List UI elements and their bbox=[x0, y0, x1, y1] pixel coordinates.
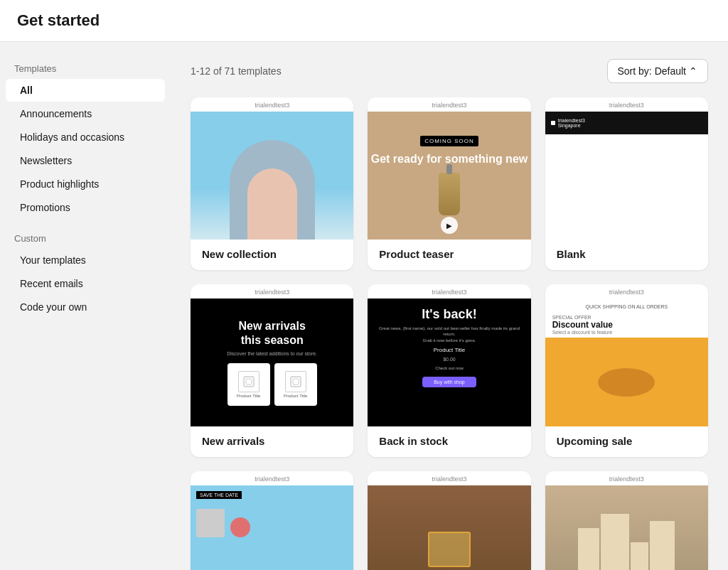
card-footer-blank: Blank bbox=[545, 240, 708, 270]
teaser-bottle bbox=[439, 173, 460, 215]
sidebar-item-holidays[interactable]: Holidays and occasions bbox=[6, 126, 165, 149]
save-cube bbox=[196, 509, 225, 537]
preview-sender-7: trialendtest3 bbox=[191, 471, 353, 485]
page-title: Get started bbox=[17, 11, 711, 30]
preview-image-product-teaser: COMING SOON Get ready for something new … bbox=[368, 112, 530, 240]
teaser-coming-soon: COMING SOON bbox=[420, 136, 478, 146]
product-title-1: Product Title bbox=[237, 394, 260, 398]
blank-dot-1 bbox=[551, 121, 555, 125]
template-card-save-date[interactable]: trialendtest3 SAVE THE DATE bbox=[191, 471, 353, 570]
product-title-2: Product Title bbox=[284, 394, 307, 398]
card-title-new-collection: New collection bbox=[202, 248, 342, 260]
sidebar: Templates All Announcements Holidays and… bbox=[0, 42, 171, 570]
save-sphere bbox=[230, 517, 250, 537]
back-price: $0.00 bbox=[443, 357, 456, 362]
sidebar-item-your-templates[interactable]: Your templates bbox=[6, 249, 165, 271]
blank-dot-text: trialendtest3Singapore bbox=[558, 118, 585, 128]
card-preview-upcoming-sale: trialendtest3 QUICK SHIPPING ON ALL ORDE… bbox=[545, 284, 708, 426]
blank-black-bar: trialendtest3Singapore bbox=[545, 112, 708, 134]
arrivals-product-2: Product Title bbox=[274, 363, 317, 406]
preview-image-street bbox=[545, 485, 708, 570]
card-preview-store: trialendtest3 bbox=[368, 471, 530, 570]
play-button-icon: ▶ bbox=[441, 217, 458, 234]
template-card-product-teaser[interactable]: trialendtest3 COMING SOON Get ready for … bbox=[368, 97, 530, 270]
preview-image-upcoming-sale: QUICK SHIPPING ON ALL ORDERS SPECIAL OFF… bbox=[545, 299, 708, 426]
store-window bbox=[428, 532, 471, 567]
card-title-new-arrivals: New arrivals bbox=[202, 435, 342, 447]
card-preview-back-in-stock: trialendtest3 It's back! Great news, {fi… bbox=[368, 284, 530, 426]
sale-desc: Select a discount to feature bbox=[552, 330, 701, 335]
card-preview-street: trialendtest3 bbox=[545, 471, 708, 570]
card-footer-back-in-stock: Back in stock bbox=[368, 426, 530, 457]
card-title-upcoming-sale: Upcoming sale bbox=[557, 435, 697, 447]
preview-sender-8: trialendtest3 bbox=[368, 471, 530, 485]
content-header: 1-12 of 71 templates Sort by: Default ⌃ bbox=[191, 59, 708, 83]
card-footer-new-collection: New collection bbox=[191, 240, 353, 270]
arrivals-sub: Discover the latest additions to our sto… bbox=[227, 351, 317, 356]
building-1 bbox=[578, 528, 599, 570]
template-card-new-arrivals[interactable]: trialendtest3 New arrivalsthis season Di… bbox=[191, 284, 353, 457]
arch-shape bbox=[230, 140, 315, 240]
preview-sender-5: trialendtest3 bbox=[368, 284, 530, 299]
preview-sender-9: trialendtest3 bbox=[545, 471, 708, 485]
back-product-title: Product Title bbox=[434, 347, 465, 353]
card-footer-new-arrivals: New arrivals bbox=[191, 426, 353, 457]
sidebar-item-promotions[interactable]: Promotions bbox=[6, 196, 165, 219]
preview-sender-3: trialendtest3 bbox=[545, 97, 708, 112]
figure-silhouette bbox=[247, 168, 297, 240]
sidebar-item-all[interactable]: All bbox=[6, 79, 165, 102]
template-card-store[interactable]: trialendtest3 bbox=[368, 471, 530, 570]
page-wrapper: Get started Templates All Announcements … bbox=[0, 0, 728, 570]
results-count: 1-12 of 71 templates bbox=[191, 65, 282, 77]
preview-image-new-arrivals: New arrivalsthis season Discover the lat… bbox=[191, 299, 353, 426]
top-bar: Get started bbox=[0, 0, 728, 42]
template-card-new-collection[interactable]: trialendtest3 New collection bbox=[191, 97, 353, 270]
preview-image-save-date: SAVE THE DATE bbox=[191, 485, 353, 570]
sale-glasses bbox=[598, 368, 655, 397]
product-icon-2 bbox=[285, 371, 306, 392]
back-checkout: Check out now bbox=[435, 365, 464, 371]
save-date-objects bbox=[196, 502, 348, 537]
card-preview-new-collection: trialendtest3 bbox=[191, 97, 353, 240]
template-card-street[interactable]: trialendtest3 bbox=[545, 471, 708, 570]
street-buildings bbox=[578, 514, 675, 570]
store-facade bbox=[368, 485, 530, 570]
sidebar-item-code-your-own[interactable]: Code your own bbox=[6, 296, 165, 318]
card-preview-new-arrivals: trialendtest3 New arrivalsthis season Di… bbox=[191, 284, 353, 426]
svg-rect-3 bbox=[293, 379, 299, 385]
preview-sender-4: trialendtest3 bbox=[191, 284, 353, 299]
sale-title: Discount value bbox=[552, 320, 701, 330]
card-preview-save-date: trialendtest3 SAVE THE DATE bbox=[191, 471, 353, 570]
back-cta-button: Buy with shop bbox=[422, 377, 476, 387]
arrivals-headline: New arrivalsthis season bbox=[239, 319, 306, 346]
sidebar-section-templates: Templates bbox=[0, 56, 171, 78]
sidebar-item-recent-emails[interactable]: Recent emails bbox=[6, 272, 165, 295]
template-card-back-in-stock[interactable]: trialendtest3 It's back! Great news, {fi… bbox=[368, 284, 530, 457]
template-card-upcoming-sale[interactable]: trialendtest3 QUICK SHIPPING ON ALL ORDE… bbox=[545, 284, 708, 457]
preview-image-store bbox=[368, 485, 530, 570]
sale-shipping: QUICK SHIPPING ON ALL ORDERS bbox=[552, 304, 701, 309]
sort-icon: ⌃ bbox=[689, 65, 697, 77]
preview-sender-6: trialendtest3 bbox=[545, 284, 708, 299]
preview-sender-2: trialendtest3 bbox=[368, 97, 530, 112]
building-3 bbox=[631, 542, 648, 570]
sidebar-item-product-highlights[interactable]: Product highlights bbox=[6, 173, 165, 195]
preview-image-back-in-stock: It's back! Great news, {first name}, our… bbox=[368, 299, 530, 426]
save-date-tag: SAVE THE DATE bbox=[196, 491, 242, 499]
sale-top: QUICK SHIPPING ON ALL ORDERS bbox=[545, 299, 708, 312]
sort-label: Sort by: Default bbox=[618, 65, 687, 77]
sale-offer: SPECIAL OFFER bbox=[552, 315, 701, 320]
sidebar-section-custom: Custom bbox=[0, 226, 171, 248]
product-icon-1 bbox=[238, 371, 259, 392]
building-2 bbox=[601, 514, 629, 570]
sidebar-item-announcements[interactable]: Announcements bbox=[6, 102, 165, 125]
sale-bottom bbox=[545, 338, 708, 426]
arrivals-products: Product Title Product Title bbox=[228, 363, 317, 406]
arrivals-product-1: Product Title bbox=[228, 363, 270, 406]
sort-button[interactable]: Sort by: Default ⌃ bbox=[607, 59, 709, 83]
sidebar-item-newsletters[interactable]: Newsletters bbox=[6, 149, 165, 172]
template-card-blank[interactable]: trialendtest3 trialendtest3Singapore Bla… bbox=[545, 97, 708, 270]
preview-image-blank: trialendtest3Singapore bbox=[545, 112, 708, 240]
card-preview-product-teaser: trialendtest3 COMING SOON Get ready for … bbox=[368, 97, 530, 240]
preview-image-new-collection bbox=[191, 112, 353, 240]
